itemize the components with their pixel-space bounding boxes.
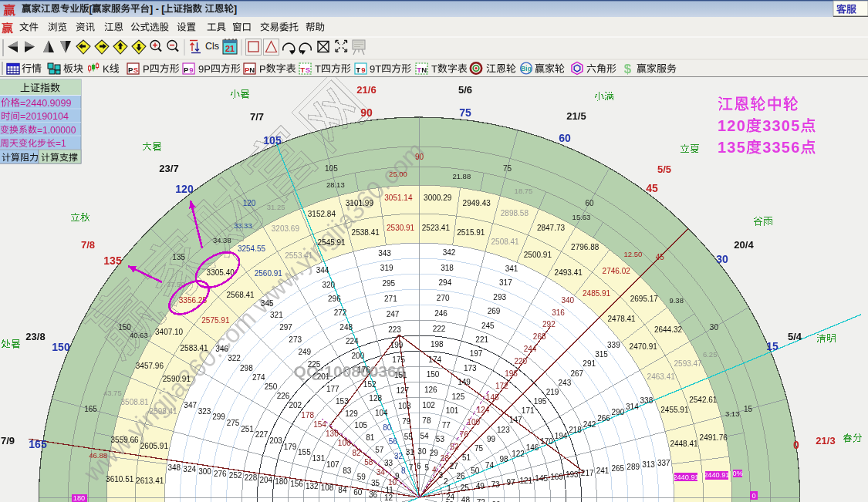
svg-text:7: 7 (409, 463, 414, 472)
svg-text:222: 222 (433, 325, 446, 333)
svg-text:344: 344 (316, 266, 329, 275)
svg-text:104: 104 (375, 409, 388, 417)
svg-text:2796.88: 2796.88 (571, 243, 599, 251)
svg-text:2485.91: 2485.91 (583, 289, 611, 298)
svg-text:49: 49 (476, 482, 485, 490)
svg-text:202: 202 (289, 401, 302, 409)
svg-text:27: 27 (450, 462, 459, 470)
svg-text:196: 196 (505, 369, 518, 378)
svg-text:194: 194 (555, 432, 568, 440)
svg-text:6.25: 6.25 (703, 350, 718, 359)
svg-text:20/4: 20/4 (734, 239, 754, 251)
svg-text:30: 30 (710, 323, 719, 332)
svg-text:36: 36 (369, 490, 378, 499)
svg-text:3051.14: 3051.14 (384, 194, 413, 202)
svg-text:48: 48 (461, 496, 471, 502)
svg-text:8: 8 (401, 467, 406, 475)
svg-text:=1.00000: =1.00000 (37, 125, 76, 136)
svg-text:25.00: 25.00 (389, 170, 407, 178)
svg-text:323: 323 (198, 407, 211, 416)
svg-text:341: 341 (505, 264, 518, 273)
svg-text:52: 52 (450, 443, 459, 451)
svg-text:270: 270 (437, 294, 450, 302)
svg-text:294: 294 (439, 278, 452, 287)
svg-text:174: 174 (428, 355, 441, 364)
svg-text:=1: =1 (56, 138, 66, 149)
svg-text:247: 247 (387, 310, 400, 318)
svg-text:28: 28 (441, 454, 450, 463)
svg-text:2463.41: 2463.41 (647, 372, 676, 381)
svg-text:267: 267 (570, 369, 583, 378)
svg-text:293: 293 (493, 293, 506, 302)
svg-text:3305: 3305 (762, 117, 800, 134)
svg-text:2644.32: 2644.32 (654, 325, 683, 334)
svg-text:2500.91: 2500.91 (524, 251, 552, 259)
svg-text:105: 105 (263, 134, 282, 147)
svg-text:21/5: 21/5 (566, 110, 586, 122)
svg-text:K: K (103, 63, 110, 75)
svg-text:322: 322 (228, 354, 241, 362)
svg-text:60: 60 (353, 488, 363, 497)
svg-text:265: 265 (611, 464, 624, 473)
svg-text:122: 122 (512, 450, 525, 458)
svg-text:2530.91: 2530.91 (387, 224, 415, 232)
svg-text:24: 24 (446, 493, 455, 501)
svg-text:5/6: 5/6 (458, 84, 472, 96)
svg-text:5: 5 (424, 463, 429, 472)
svg-text:146: 146 (526, 443, 539, 452)
svg-text:227: 227 (255, 430, 269, 439)
svg-text:217: 217 (581, 469, 594, 477)
svg-text:9T: 9T (370, 63, 381, 75)
svg-text:245: 245 (481, 322, 495, 330)
svg-text:2949.43: 2949.43 (463, 199, 491, 207)
svg-text:106: 106 (338, 439, 351, 447)
svg-text:343: 343 (378, 249, 391, 258)
svg-text:2613.41: 2613.41 (136, 477, 164, 485)
svg-text:$: $ (624, 62, 632, 76)
svg-text:204: 204 (259, 476, 272, 484)
svg-text:75: 75 (459, 106, 471, 119)
svg-text:21: 21 (225, 44, 235, 53)
svg-text:3305.40: 3305.40 (207, 268, 235, 277)
svg-text:2455.91: 2455.91 (660, 406, 689, 414)
svg-text:102: 102 (422, 401, 435, 409)
svg-text:2448.41: 2448.41 (670, 440, 698, 448)
svg-text:197: 197 (470, 349, 483, 358)
svg-text:2847.73: 2847.73 (537, 224, 566, 232)
svg-text:273: 273 (289, 335, 302, 344)
svg-text:81: 81 (366, 433, 375, 442)
svg-text:173: 173 (464, 364, 477, 372)
svg-text:218: 218 (569, 426, 582, 434)
svg-text:2746.02: 2746.02 (603, 267, 631, 275)
svg-text:2478.41: 2478.41 (608, 315, 637, 323)
svg-text:169: 169 (550, 473, 563, 481)
svg-text:7/9: 7/9 (1, 435, 15, 446)
svg-text:3559.66: 3559.66 (111, 436, 140, 444)
svg-text:29: 29 (430, 449, 439, 457)
svg-text:100: 100 (467, 418, 480, 426)
svg-text:2575.91: 2575.91 (201, 316, 230, 325)
svg-text:90: 90 (360, 106, 373, 119)
svg-text:148: 148 (486, 393, 499, 402)
svg-text:2568.41: 2568.41 (227, 291, 255, 299)
svg-text:296: 296 (328, 295, 341, 303)
svg-text:128: 128 (369, 394, 382, 403)
svg-text:220: 220 (514, 357, 527, 366)
svg-text:289: 289 (627, 463, 640, 471)
svg-text:203: 203 (269, 436, 282, 445)
svg-text:25: 25 (461, 483, 470, 492)
svg-text:315: 315 (595, 350, 608, 359)
svg-text:342: 342 (443, 248, 456, 257)
svg-text:223: 223 (388, 325, 401, 334)
svg-text:15.63: 15.63 (572, 213, 591, 221)
svg-text:318: 318 (441, 264, 454, 272)
svg-text:3610.51: 3610.51 (106, 475, 134, 483)
svg-text:225: 225 (308, 360, 321, 369)
svg-text:2491.76: 2491.76 (700, 433, 728, 442)
svg-text:0: 0 (751, 492, 755, 500)
svg-text:345: 345 (261, 299, 274, 308)
svg-text:34.38: 34.38 (213, 236, 231, 244)
svg-text:105: 105 (354, 421, 367, 430)
svg-text:300: 300 (198, 467, 211, 476)
svg-text:3356: 3356 (762, 139, 800, 156)
